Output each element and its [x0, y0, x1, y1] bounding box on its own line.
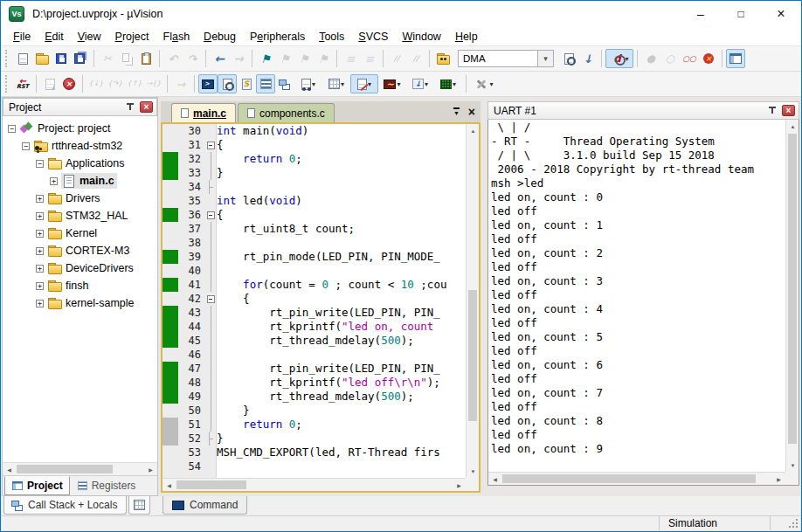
save-all-button[interactable] — [71, 49, 90, 68]
save-button[interactable] — [52, 49, 71, 68]
analysis-windows-button[interactable]: ~▾ — [378, 74, 406, 93]
serial-windows-button[interactable]: ▾ — [350, 74, 378, 93]
scroll-right-icon[interactable] — [772, 473, 785, 486]
menu-svcs[interactable]: SVCS — [351, 29, 395, 45]
scroll-left-icon[interactable] — [162, 479, 176, 492]
cut-button[interactable]: ✂ — [98, 49, 117, 68]
incremental-find-button[interactable]: ↓ — [578, 49, 598, 68]
stop-button[interactable]: × — [59, 74, 79, 93]
reset-cpu-button[interactable]: RST — [13, 74, 32, 93]
tree-item-stm32-hal[interactable]: +STM32_HAL — [3, 207, 157, 225]
comment-selection-button[interactable]: // — [387, 49, 406, 68]
copy-button[interactable] — [117, 49, 136, 68]
expand-toggle-icon[interactable]: + — [36, 282, 44, 290]
uart-output[interactable]: \ | /- RT - Thread Operating System / | … — [488, 120, 785, 472]
system-viewer-button[interactable]: ▾ — [434, 74, 462, 93]
tab-memory[interactable] — [128, 496, 150, 515]
expand-toggle-icon[interactable]: + — [36, 300, 44, 307]
menu-tools[interactable]: Tools — [312, 29, 351, 45]
menu-project[interactable]: Project — [108, 29, 156, 45]
outdent-button[interactable]: ≡ — [360, 49, 379, 68]
scrollbar-thumb[interactable] — [468, 290, 477, 421]
tab-components-c[interactable]: components.c — [238, 103, 335, 122]
uart-hscrollbar[interactable] — [488, 472, 785, 485]
tab-call-stack-locals[interactable]: Call Stack + Locals — [3, 496, 127, 515]
redo-button[interactable]: ↷ — [183, 49, 202, 68]
step-button[interactable]: {↓} — [86, 74, 106, 93]
expand-toggle-icon[interactable]: − — [22, 142, 30, 150]
symbol-window-button[interactable]: S — [237, 74, 256, 93]
scroll-down-icon[interactable] — [786, 459, 799, 472]
watch-windows-button[interactable]: ▾ — [294, 74, 322, 93]
expand-toggle-icon[interactable]: + — [36, 212, 44, 220]
bookmark-previous-button[interactable]: ⚑ — [275, 49, 294, 68]
tree-item-devicedrivers[interactable]: +DeviceDrivers — [3, 259, 157, 277]
memory-windows-button[interactable]: ▾ — [322, 74, 350, 93]
menu-edit[interactable]: Edit — [38, 29, 71, 45]
tree-item-kernel[interactable]: +Kernel — [3, 225, 157, 242]
tree-item-applications[interactable]: −Applications — [3, 155, 157, 172]
expand-toggle-icon[interactable]: + — [36, 195, 44, 203]
menu-window[interactable]: Window — [395, 29, 447, 45]
expand-toggle-icon[interactable]: + — [36, 247, 44, 255]
run-to-cursor-button[interactable]: →{} — [144, 74, 163, 93]
enable-disable-breakpoint-button[interactable]: ○ — [660, 49, 680, 68]
scrollbar-thumb[interactable] — [502, 474, 756, 483]
tab-list-icon[interactable] — [453, 107, 460, 116]
scroll-left-icon[interactable] — [488, 473, 501, 486]
kill-all-breakpoints-button[interactable]: × — [699, 49, 718, 68]
bookmark-toggle-button[interactable]: ⚑ — [256, 49, 275, 68]
editor-hscrollbar[interactable] — [162, 478, 466, 491]
show-next-statement-button[interactable]: → — [171, 74, 190, 93]
indent-button[interactable]: ≡ — [341, 49, 360, 68]
target-select-value[interactable]: DMA — [458, 50, 538, 67]
insert-remove-breakpoint-button[interactable]: ● — [641, 49, 660, 68]
pushpin-icon[interactable] — [125, 102, 135, 113]
command-window-button[interactable]: > — [198, 74, 218, 93]
target-select-dropdown-icon[interactable] — [538, 50, 554, 67]
tree-item-kernel-sample[interactable]: +kernel-sample — [3, 294, 157, 312]
navigate-back-button[interactable]: ← — [210, 49, 229, 68]
step-out-button[interactable]: {↑} — [125, 74, 144, 93]
close-tab-icon[interactable] — [468, 105, 475, 119]
scroll-down-icon[interactable] — [467, 465, 480, 478]
tree-item-drivers[interactable]: +Drivers — [3, 190, 157, 207]
navigate-forward-button[interactable]: → — [229, 49, 248, 68]
scroll-right-icon[interactable] — [144, 463, 157, 476]
scroll-up-icon[interactable] — [786, 120, 799, 133]
close-button[interactable] — [761, 1, 801, 27]
undo-button[interactable]: ↶ — [163, 49, 183, 68]
pushpin-icon[interactable] — [767, 106, 778, 116]
registers-window-button[interactable] — [256, 74, 275, 93]
code-editor[interactable]: 30int main(void)31{32 return 0;33}3435in… — [162, 124, 466, 478]
tab-project[interactable]: Project — [4, 476, 70, 495]
disassembly-window-button[interactable] — [218, 74, 237, 93]
resize-grip-icon[interactable] — [771, 516, 800, 530]
menu-peripherals[interactable]: Peripherals — [243, 29, 312, 45]
find-in-files-doc-button[interactable] — [559, 49, 578, 68]
scrollbar-thumb[interactable] — [788, 134, 797, 444]
editor-vscrollbar[interactable] — [466, 124, 479, 478]
menu-debug[interactable]: Debug — [197, 29, 243, 45]
tree-item-finsh[interactable]: +finsh — [3, 277, 157, 294]
tree-item-project-project[interactable]: −Project: project — [3, 120, 157, 137]
minimize-button[interactable] — [681, 1, 721, 27]
find-in-files-button[interactable] — [433, 49, 453, 68]
new-file-button[interactable] — [13, 49, 32, 68]
call-stack-window-button[interactable] — [275, 74, 294, 93]
open-file-button[interactable] — [32, 49, 52, 68]
expand-toggle-icon[interactable]: − — [36, 160, 44, 168]
paste-button[interactable] — [136, 49, 156, 68]
project-window-toggle-button[interactable] — [726, 49, 745, 68]
fold-margin[interactable] — [205, 292, 217, 306]
bookmark-clear-all-button[interactable]: ⚑ — [314, 49, 333, 68]
disable-all-breakpoints-button[interactable]: ○○ — [680, 49, 699, 68]
tree-item-main-c[interactable]: +main.c — [3, 172, 157, 190]
tab-registers[interactable]: Registers — [70, 476, 143, 495]
uncomment-selection-button[interactable]: // — [406, 49, 425, 68]
menu-help[interactable]: Help — [448, 29, 485, 45]
fold-margin[interactable] — [205, 208, 217, 222]
menu-flash[interactable]: Flash — [156, 29, 197, 45]
trace-windows-button[interactable]: ↓▾ — [406, 74, 434, 93]
menu-file[interactable]: File — [6, 29, 38, 45]
